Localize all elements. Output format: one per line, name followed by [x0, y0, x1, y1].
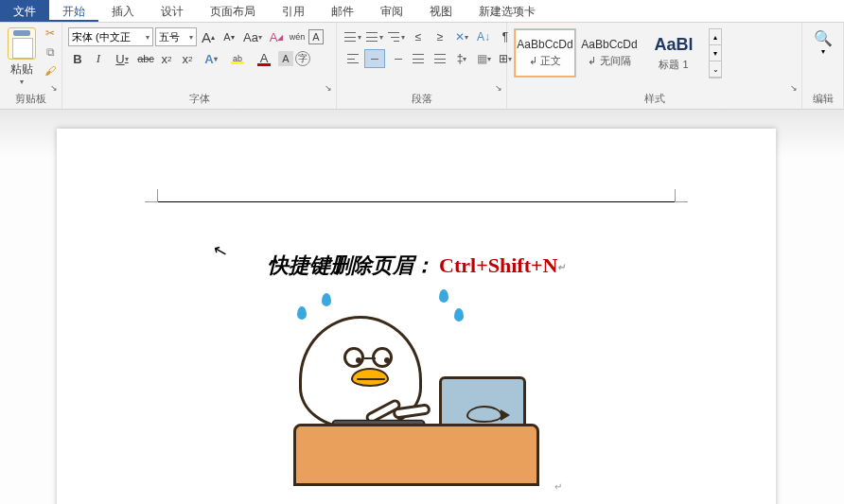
style-caption: ↲ 正文: [529, 54, 561, 68]
gallery-scroll[interactable]: ▴▾⌄: [709, 28, 722, 78]
font-name-combo[interactable]: 宋体 (中文正▾: [68, 27, 153, 46]
style-preview: AaBbCcDd: [581, 38, 637, 51]
cartoon-image: ↵: [293, 297, 539, 486]
subscript-button[interactable]: x2: [157, 49, 176, 68]
paragraph-launcher[interactable]: ↘: [493, 82, 504, 94]
style-heading1[interactable]: AaBl 标题 1: [642, 28, 705, 78]
char-shading-button[interactable]: A: [278, 51, 293, 66]
shrink-font-button[interactable]: A▾: [220, 27, 238, 46]
align-left-button[interactable]: [343, 49, 363, 68]
clear-format-button[interactable]: A◢: [267, 27, 286, 46]
clipboard-launcher[interactable]: ↘: [48, 82, 60, 94]
style-caption: ↲ 无间隔: [588, 54, 630, 68]
align-justify-button[interactable]: [408, 49, 429, 68]
style-normal[interactable]: AaBbCcDd ↲ 正文: [514, 28, 576, 78]
header-rule: [157, 189, 676, 202]
style-nospacing[interactable]: AaBbCcDd ↲ 无间隔: [578, 28, 641, 78]
menu-tabs: 文件 开始 插入 设计 页面布局 引用 邮件 审阅 视图 新建选项卡: [0, 0, 844, 23]
enclose-char-button[interactable]: 字: [295, 51, 310, 66]
ribbon: 粘贴 ▾ ✂ ⧉ 🖌 剪贴板 ↘ 宋体 (中文正▾ 五号▾ A▴ A▾ Aa▾ …: [0, 23, 844, 110]
bold-button[interactable]: B: [68, 49, 87, 68]
line-spacing-button[interactable]: ‡▾: [451, 49, 472, 68]
page: ↖ 快捷键删除页眉： Ctrl+Shift+N↵ ↵: [57, 129, 776, 504]
tab-review[interactable]: 审阅: [367, 0, 416, 22]
tab-newtab[interactable]: 新建选项卡: [466, 0, 549, 22]
font-color-button[interactable]: A: [252, 49, 276, 68]
shading-button[interactable]: ▦▾: [473, 49, 494, 68]
grow-font-button[interactable]: A▴: [199, 27, 218, 46]
styles-launcher[interactable]: ↘: [788, 82, 800, 94]
find-icon[interactable]: 🔍: [814, 29, 833, 47]
paste-button[interactable]: 粘贴 ▾: [4, 26, 40, 88]
multilevel-button[interactable]: ▾: [386, 27, 407, 46]
tab-design[interactable]: 设计: [148, 0, 197, 22]
styles-label: 样式: [511, 90, 798, 108]
tab-mail[interactable]: 邮件: [318, 0, 367, 22]
group-clipboard: 粘贴 ▾ ✂ ⧉ 🖌 剪贴板 ↘: [0, 23, 62, 109]
style-preview: AaBl: [654, 35, 693, 55]
tab-layout[interactable]: 页面布局: [197, 0, 269, 22]
paste-icon: [8, 27, 36, 60]
text-effects-button[interactable]: A▾: [199, 49, 223, 68]
paragraph-label: 段落: [341, 90, 502, 108]
change-case-button[interactable]: Aa▾: [240, 27, 265, 46]
copy-icon[interactable]: ⧉: [43, 44, 58, 60]
phonetic-guide-button[interactable]: wén: [288, 27, 307, 46]
superscript-button[interactable]: x2: [178, 49, 197, 68]
font-group-label: 字体: [66, 90, 332, 108]
group-paragraph: ▾ ▾ ▾ ≤ ≥ ✕▾ A↓ ¶ ‡▾ ▦▾ ⊞▾ 段落 ↘: [337, 23, 507, 109]
style-caption: 标题 1: [659, 58, 688, 72]
indent-decrease-button[interactable]: ≤: [408, 27, 429, 46]
tab-home[interactable]: 开始: [49, 0, 98, 22]
edit-label: 编辑: [806, 90, 839, 108]
numbering-button[interactable]: ▾: [364, 27, 385, 46]
underline-button[interactable]: U▾: [110, 49, 134, 68]
italic-button[interactable]: I: [89, 49, 108, 68]
align-distribute-button[interactable]: [430, 49, 450, 68]
group-styles: AaBbCcDd ↲ 正文 AaBbCcDd ↲ 无间隔 AaBl 标题 1 ▴…: [507, 23, 802, 109]
highlight-button[interactable]: ab: [225, 49, 250, 68]
align-right-button[interactable]: [386, 49, 407, 68]
tab-references[interactable]: 引用: [269, 0, 318, 22]
bullets-button[interactable]: ▾: [343, 27, 363, 46]
group-edit: 🔍 ▾ 编辑: [802, 23, 844, 109]
font-launcher[interactable]: ↘: [323, 82, 334, 94]
headline: 快捷键删除页眉： Ctrl+Shift+N↵: [151, 252, 681, 280]
tab-insert[interactable]: 插入: [98, 0, 148, 22]
asian-layout-button[interactable]: ✕▾: [451, 27, 472, 46]
paste-label: 粘贴: [10, 61, 33, 78]
tab-view[interactable]: 视图: [416, 0, 466, 22]
indent-increase-button[interactable]: ≥: [430, 27, 450, 46]
style-gallery: AaBbCcDd ↲ 正文 AaBbCcDd ↲ 无间隔 AaBl 标题 1 ▴…: [514, 28, 722, 78]
format-painter-icon[interactable]: 🖌: [43, 63, 58, 78]
group-font: 宋体 (中文正▾ 五号▾ A▴ A▾ Aa▾ A◢ wén A B I U▾ a…: [62, 23, 337, 109]
document-area[interactable]: ↖ 快捷键删除页眉： Ctrl+Shift+N↵ ↵: [0, 110, 844, 504]
font-size-combo[interactable]: 五号▾: [155, 27, 197, 46]
align-center-button[interactable]: [364, 49, 385, 68]
tab-file[interactable]: 文件: [0, 0, 49, 22]
style-preview: AaBbCcDd: [517, 38, 572, 51]
strike-button[interactable]: abc: [136, 49, 155, 68]
sort-button[interactable]: A↓: [473, 27, 494, 46]
cut-icon[interactable]: ✂: [43, 26, 58, 41]
char-border-button[interactable]: A: [308, 29, 324, 44]
